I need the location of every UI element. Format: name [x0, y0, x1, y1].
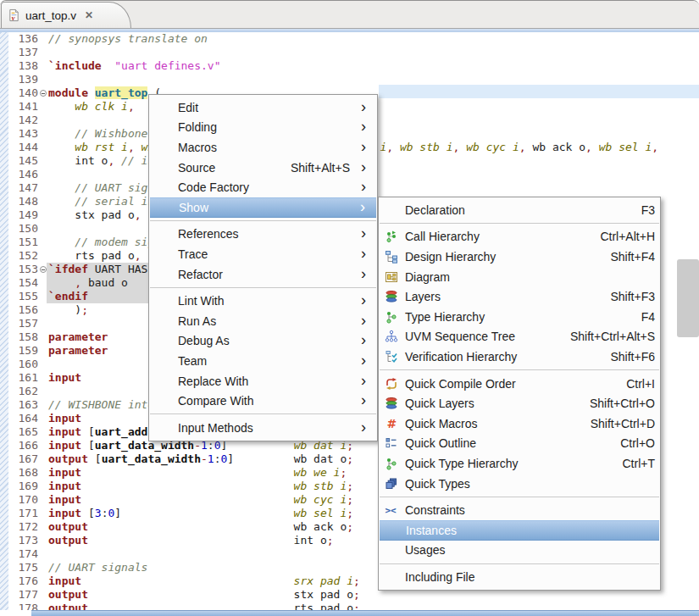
menu-item-input-methods[interactable]: Input Methods› — [149, 418, 377, 438]
code-line[interactable]: 136// synopsys translate on — [0, 32, 699, 46]
layers-icon — [385, 290, 398, 303]
line-number: 158 — [8, 330, 38, 344]
menu-separator — [150, 413, 376, 414]
menu-item-uvm-sequence-tree[interactable]: UVM Sequence TreeShift+Ctrl+Alt+S — [379, 327, 660, 347]
menu-accelerator: F3 — [641, 203, 655, 217]
type-hierarchy-icon — [385, 310, 398, 324]
menu-item-trace[interactable]: Trace› — [149, 244, 377, 264]
line-number: 148 — [8, 195, 38, 208]
tab-uart-top[interactable]: v uart_top.v ✕ — [1, 2, 131, 28]
menu-item-quick-outline[interactable]: Quick OutlineCtrl+O — [379, 434, 660, 454]
menu-item-quick-layers[interactable]: Quick LayersShift+Ctrl+O — [379, 393, 660, 413]
menu-item-instances[interactable]: Instances — [380, 520, 659, 541]
menu-item-diagram[interactable]: Diagram — [379, 267, 660, 287]
tab-close-icon[interactable]: ✕ — [85, 9, 93, 21]
code-text: wb clk i, — [48, 100, 135, 113]
line-number: 137 — [8, 46, 38, 59]
horizontal-scrollbar[interactable] — [31, 610, 699, 616]
menu-item-verification-hierarchy[interactable]: Verification HierarchyShift+F6 — [379, 347, 660, 367]
menu-item-layers[interactable]: LayersShift+F3 — [379, 286, 660, 307]
fold-column — [38, 141, 48, 154]
menu-item-quick-compile-order[interactable]: Quick Compile OrderCtrl+I — [379, 374, 660, 394]
vertical-scrollbar-thumb[interactable] — [677, 259, 699, 337]
svg-text:#: # — [387, 417, 397, 430]
menu-item-source[interactable]: SourceShift+Alt+S› — [149, 158, 377, 178]
fold-column — [38, 520, 48, 534]
quick-types-icon — [385, 477, 398, 491]
line-number: 151 — [8, 236, 38, 249]
line-number: 175 — [8, 561, 38, 574]
menu-item-usages[interactable]: Usages — [379, 541, 660, 561]
code-text: output wb ack o; — [48, 520, 353, 533]
annotation-ruler — [0, 32, 8, 610]
menu-item-replace-with[interactable]: Replace With› — [149, 371, 377, 391]
menu-item-label: UVM Sequence Tree — [405, 330, 515, 343]
quick-macros-icon: # — [385, 417, 398, 430]
menu-item-label: Run As — [178, 314, 216, 328]
menu-item-including-file[interactable]: Including File — [379, 567, 660, 587]
menu-item-code-factory[interactable]: Code Factory› — [149, 177, 377, 197]
menu-item-refactor[interactable]: Refactor› — [149, 264, 377, 285]
line-number: 162 — [8, 385, 38, 398]
menu-icon-placeholder — [386, 524, 399, 537]
menu-item-label: Quick Types — [405, 477, 470, 491]
code-line[interactable]: 139 — [0, 73, 699, 86]
menu-item-team[interactable]: Team› — [149, 351, 377, 371]
menu-item-edit[interactable]: Edit› — [149, 97, 377, 118]
menu-item-label: Design Hierarchy — [405, 250, 496, 264]
fold-column — [38, 412, 48, 425]
menu-item-folding[interactable]: Folding› — [149, 118, 377, 138]
menu-item-label: Replace With — [178, 375, 248, 388]
menu-item-run-as[interactable]: Run As› — [149, 311, 377, 331]
fold-collapse-icon[interactable] — [40, 266, 47, 273]
svg-text:><: >< — [386, 505, 397, 516]
code-text: input wb stb i; — [48, 480, 353, 492]
code-line[interactable]: 178output rts pad o; — [0, 602, 699, 610]
fold-column — [38, 330, 48, 344]
menu-item-references[interactable]: References› — [149, 225, 377, 245]
menu-item-label: Quick Macros — [405, 417, 478, 430]
fold-marker[interactable] — [38, 86, 48, 100]
call-hierarchy-icon — [385, 230, 398, 243]
fold-column — [38, 507, 48, 520]
submenu-arrow-icon: › — [355, 373, 372, 388]
fold-collapse-icon[interactable] — [40, 90, 47, 97]
menu-accelerator: Shift+Alt+S — [291, 161, 355, 175]
menu-item-declaration[interactable]: DeclarationF3 — [379, 200, 660, 220]
fold-column — [38, 127, 48, 141]
constraints-icon: >< — [385, 503, 398, 517]
line-number: 152 — [8, 249, 38, 263]
menu-item-lint-with[interactable]: Lint With› — [149, 291, 377, 311]
menu-accelerator: Shift+F4 — [610, 250, 655, 264]
fold-column — [38, 154, 48, 168]
fold-marker[interactable] — [38, 263, 48, 276]
menu-item-constraints[interactable]: ><Constraints — [379, 500, 660, 520]
submenu-arrow-icon: › — [355, 159, 372, 175]
fold-column — [38, 358, 48, 371]
fold-column — [38, 547, 48, 561]
code-text: input wb we i; — [48, 466, 347, 479]
menu-item-call-hierarchy[interactable]: Call HierarchyCtrl+Alt+H — [379, 227, 660, 247]
menu-item-macros[interactable]: Macros› — [149, 137, 377, 158]
menu-item-quick-macros[interactable]: #Quick MacrosShift+Ctrl+D — [379, 413, 660, 434]
menu-item-debug-as[interactable]: Debug As› — [149, 331, 377, 352]
code-line[interactable]: 138`include "uart defines.v" — [0, 59, 699, 73]
uvm-sequence-tree-icon — [385, 330, 398, 343]
diagram-icon — [385, 270, 398, 284]
menu-item-label: Verification Hierarchy — [405, 350, 517, 363]
menu-item-design-hierarchy[interactable]: Design HierarchyShift+F4 — [379, 247, 660, 267]
menu-item-type-hierarchy[interactable]: Type HierarchyF4 — [379, 307, 660, 327]
submenu-arrow-icon: › — [355, 119, 372, 134]
menu-item-quick-type-hierarchy[interactable]: Quick Type HierarchyCtrl+T — [379, 453, 660, 474]
menu-item-quick-types[interactable]: Quick Types — [379, 474, 660, 494]
menu-item-show[interactable]: Show› — [150, 197, 376, 218]
code-text: // UART signals — [48, 561, 147, 574]
fold-column — [38, 561, 48, 574]
code-text: input — [48, 412, 81, 425]
code-text: output int o; — [48, 534, 334, 547]
code-line[interactable]: 137 — [0, 46, 699, 59]
line-number: 156 — [8, 303, 38, 317]
code-text: `endif — [48, 290, 88, 302]
submenu-arrow-icon: › — [355, 266, 372, 281]
menu-item-compare-with[interactable]: Compare With› — [149, 391, 377, 411]
